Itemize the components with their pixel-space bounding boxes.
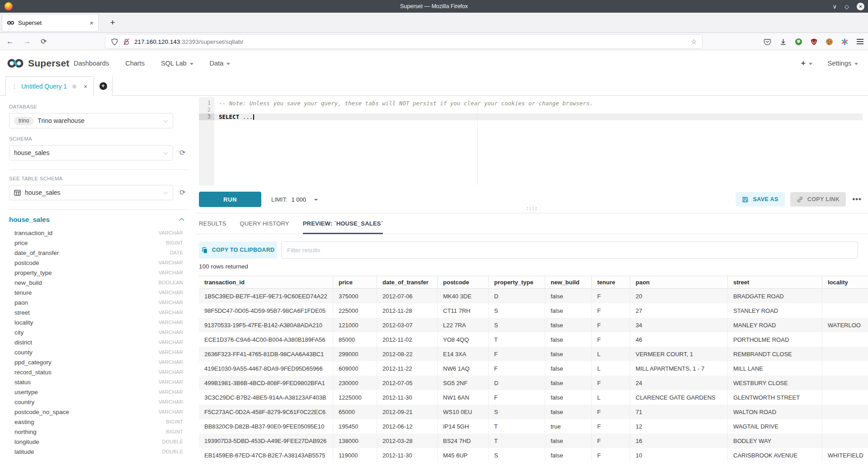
- new-tab-button[interactable]: +: [107, 17, 118, 28]
- sql-editor[interactable]: 1 2 3 -- Note: Unless you save your quer…: [199, 97, 863, 185]
- nav-item-data[interactable]: Data: [210, 60, 231, 67]
- query-tab-untitled-query-1[interactable]: ⋮ Untitled Query 1 ×: [5, 76, 94, 96]
- filter-results-input[interactable]: [281, 241, 858, 259]
- schema-column-row[interactable]: tenureVARCHAR: [9, 287, 188, 297]
- schema-column-row[interactable]: streetVARCHAR: [9, 307, 188, 317]
- schema-column-row[interactable]: priceBIGINT: [9, 238, 188, 248]
- results-col-header-locality[interactable]: locality: [822, 276, 868, 288]
- schema-column-row[interactable]: countryVARCHAR: [9, 397, 188, 407]
- refresh-tables-icon[interactable]: ⟳: [179, 189, 185, 196]
- window-titlebar: Superset — Mozilla Firefox ∨ ◇ ×: [0, 0, 868, 13]
- menu-hamburger-icon[interactable]: [857, 39, 863, 44]
- table-cell: EB1459EB-67ED-47C8-B2E7-A38143AB5575: [199, 448, 333, 462]
- shield-icon[interactable]: [111, 38, 118, 46]
- bookmark-star-icon[interactable]: ☆: [691, 38, 697, 45]
- superset-logo-icon: [6, 57, 24, 69]
- url-bar[interactable]: 217.160.120.143:32393/superset/sqllab/ ☆: [105, 35, 702, 48]
- table-cell: [822, 361, 868, 376]
- drag-handle-icon[interactable]: ⋮: [11, 83, 17, 90]
- database-select[interactable]: trino Trino warehouse: [9, 113, 173, 128]
- extension-asterisk-icon[interactable]: [841, 38, 849, 46]
- refresh-schemas-icon[interactable]: ⟳: [179, 149, 185, 156]
- results-tab-preview[interactable]: PREVIEW: `HOUSE_SALES`: [303, 213, 383, 234]
- window-minimize-button[interactable]: ∨: [832, 4, 837, 9]
- results-col-header-postcode[interactable]: postcode: [438, 276, 489, 288]
- settings-menu[interactable]: Settings: [828, 60, 858, 67]
- pane-resize-handle[interactable]: [526, 207, 538, 211]
- run-button[interactable]: RUN: [199, 192, 261, 207]
- lock-crossed-icon[interactable]: [123, 38, 130, 46]
- schema-column-row[interactable]: usertypeVARCHAR: [9, 387, 188, 397]
- sql-empty-line: [219, 107, 863, 113]
- schema-column-row[interactable]: longitudeDOUBLE: [9, 437, 188, 447]
- results-col-header-street[interactable]: street: [728, 276, 822, 288]
- schema-column-row[interactable]: postcode_no_spaceVARCHAR: [9, 407, 188, 417]
- ublock-shield-icon[interactable]: [810, 38, 818, 46]
- schema-column-row[interactable]: ppd_categoryVARCHAR: [9, 357, 188, 367]
- cookie-extension-icon[interactable]: [826, 38, 833, 45]
- more-options-icon[interactable]: •••: [852, 195, 862, 204]
- chevron-up-icon[interactable]: [179, 218, 184, 223]
- save-as-button[interactable]: SAVE AS: [736, 192, 784, 207]
- copy-to-clipboard-button[interactable]: COPY TO CLIPBOARD: [199, 241, 277, 259]
- privacy-extension-icon[interactable]: [795, 38, 802, 45]
- browser-tab-close-icon[interactable]: ×: [90, 19, 94, 27]
- browser-tab[interactable]: Superset ×: [2, 14, 98, 31]
- schema-column-row[interactable]: countyVARCHAR: [9, 347, 188, 357]
- results-tab-results[interactable]: RESULTS: [199, 213, 226, 234]
- results-tab-query-history[interactable]: QUERY HISTORY: [240, 213, 289, 234]
- nav-item-sql-lab[interactable]: SQL Lab: [161, 60, 193, 67]
- table-cell: WAGTAIL DRIVE: [728, 419, 822, 433]
- column-name: price: [14, 240, 28, 246]
- results-col-header-price[interactable]: price: [333, 276, 377, 288]
- schema-column-row[interactable]: date_of_transferDATE: [9, 248, 188, 258]
- schema-column-row[interactable]: paonVARCHAR: [9, 297, 188, 307]
- results-col-header-transaction_id[interactable]: transaction_id: [199, 276, 333, 288]
- results-col-header-property_type[interactable]: property_type: [489, 276, 545, 288]
- schema-column-row[interactable]: property_typeVARCHAR: [9, 268, 188, 278]
- navbar-menu: DashboardsChartsSQL LabData: [74, 50, 230, 76]
- table-cell: PORTHOLME ROAD: [728, 332, 822, 347]
- forward-icon[interactable]: →: [24, 38, 31, 45]
- limit-dropdown[interactable]: LIMIT: 1 000: [271, 186, 318, 213]
- back-icon[interactable]: ←: [6, 38, 14, 45]
- results-col-header-new_build[interactable]: new_build: [545, 276, 592, 288]
- table-cell: WHITEFIELD: [822, 448, 868, 462]
- schema-column-row[interactable]: record_statusVARCHAR: [9, 367, 188, 377]
- superset-brand[interactable]: Superset: [6, 50, 69, 76]
- add-query-tab-button[interactable]: +: [94, 76, 113, 96]
- column-type: DOUBLE: [162, 449, 183, 454]
- table-cell: REMBRANDT CLOSE: [728, 347, 822, 361]
- schema-column-row[interactable]: eastingBIGINT: [9, 417, 188, 427]
- results-col-header-date_of_transfer[interactable]: date_of_transfer: [377, 276, 438, 288]
- table-schema-header[interactable]: house_sales: [9, 216, 188, 223]
- add-new-button[interactable]: +: [801, 59, 812, 68]
- results-col-header-tenure[interactable]: tenure: [592, 276, 630, 288]
- nav-item-dashboards[interactable]: Dashboards: [74, 60, 109, 67]
- reload-icon[interactable]: ⟳: [41, 38, 47, 45]
- table-cell: 2636F323-FF41-4765-81DB-98CAA6A43BC1: [199, 347, 333, 361]
- table-select[interactable]: house_sales: [9, 185, 173, 200]
- schema-column-row[interactable]: new_buildBOOLEAN: [9, 278, 188, 287]
- copy-link-button[interactable]: COPY LINK: [790, 192, 846, 207]
- schema-column-row[interactable]: northingBIGINT: [9, 427, 188, 437]
- schema-column-row[interactable]: districtVARCHAR: [9, 337, 188, 347]
- chevron-down-icon: [164, 190, 168, 194]
- schema-column-row[interactable]: localityVARCHAR: [9, 317, 188, 327]
- downloads-icon[interactable]: [779, 38, 787, 46]
- schema-select[interactable]: house_sales: [9, 145, 173, 160]
- schema-column-row[interactable]: cityVARCHAR: [9, 327, 188, 337]
- window-close-button[interactable]: ×: [857, 3, 864, 10]
- pocket-icon[interactable]: [764, 38, 771, 46]
- schema-column-row[interactable]: latitudeDOUBLE: [9, 447, 188, 457]
- table-cell: 85000: [333, 332, 377, 347]
- schema-column-row[interactable]: statusVARCHAR: [9, 377, 188, 387]
- schema-column-row[interactable]: postcodeVARCHAR: [9, 258, 188, 268]
- schema-column-row[interactable]: transaction_idVARCHAR: [9, 228, 188, 238]
- nav-item-charts[interactable]: Charts: [125, 60, 145, 67]
- query-tab-close-icon[interactable]: ×: [84, 83, 87, 90]
- nav-arrows: ← → ⟳: [6, 33, 47, 50]
- window-maximize-button[interactable]: ◇: [844, 4, 849, 9]
- results-col-header-paon[interactable]: paon: [630, 276, 728, 288]
- table-cell: 225000: [333, 303, 377, 318]
